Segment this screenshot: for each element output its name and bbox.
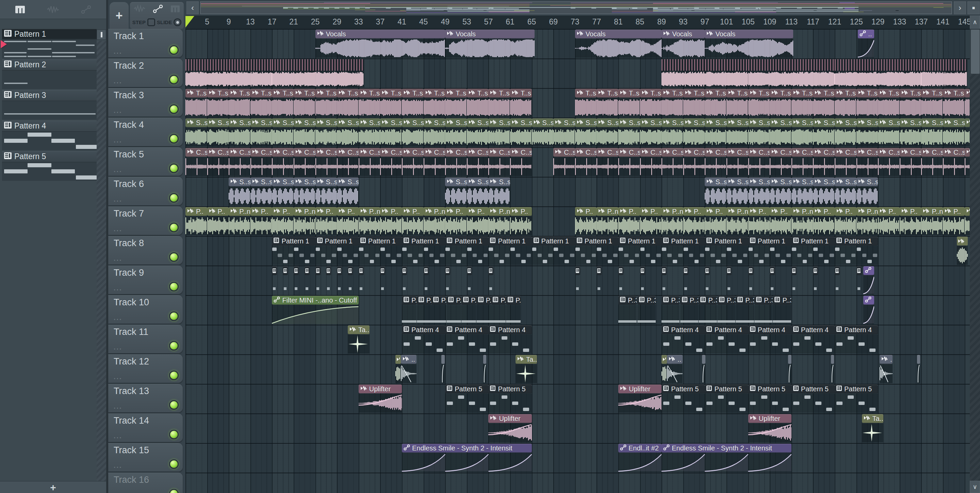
clip-audio[interactable]: S..s [575,118,597,147]
clip-ta[interactable]: Ta..e [348,325,369,354]
clip-saw[interactable]: Endless Smile - Synth 2 - Intensit [402,444,532,472]
pattern-mode-icon[interactable] [170,5,180,14]
clip-patmini[interactable] [705,266,710,295]
clip-audio[interactable]: P.. [813,207,835,235]
pattern-label[interactable]: Pattern 2 [2,60,97,70]
clip-audio[interactable]: T..s [770,89,791,117]
clip-audio[interactable]: S..s [294,118,315,147]
track-mute-led[interactable] [169,311,179,321]
clip-patmini[interactable] [359,266,364,295]
clip-audio[interactable]: T..s [618,89,640,117]
clip-audio[interactable]: S..s [185,118,207,147]
clip-pattern[interactable]: Pattern 1 [532,237,575,265]
clip-patmini[interactable] [467,266,472,295]
clip-pattern[interactable]: Pattern 4 [748,325,791,354]
clip-p3[interactable]: P..3 [506,296,520,324]
track-menu-dots[interactable]: ... [114,225,123,233]
clip-burst[interactable]: .. [667,355,682,383]
clip-p3[interactable]: P..3 [736,296,754,324]
clip-audio[interactable]: T..s [575,89,597,117]
clip-audio[interactable]: S..s [229,178,250,206]
clip-pattern[interactable]: Pattern 1 [402,237,445,265]
clip-audio[interactable]: S..s [835,178,856,206]
clip-audio[interactable]: C..s [359,148,380,176]
pattern-play-arrow[interactable] [1,40,7,48]
clip-audio[interactable]: C..s [467,148,488,176]
horizontal-scrollbar[interactable] [200,2,952,14]
clip-patmini[interactable] [445,266,450,295]
track-mute-led[interactable] [169,371,179,380]
clip-audio[interactable]: P..n [727,207,748,235]
clip-audio[interactable]: T..s [272,89,294,117]
clip-audio[interactable]: S..s [380,118,402,147]
clip-audio[interactable]: T..s [250,89,272,117]
track-menu-dots[interactable]: ... [114,432,123,440]
clip-ta[interactable]: Ta..e [862,414,884,442]
clip-audio[interactable]: S..s [337,118,359,147]
track-header[interactable]: Track 8... [108,236,183,265]
clip-audio[interactable]: T..s [965,89,970,117]
track-header[interactable]: Track 14... [108,414,183,442]
clip-patmini[interactable] [326,266,331,295]
clip-audio[interactable]: Vocals [445,30,534,58]
track-menu-dots[interactable]: ... [114,195,123,203]
track-header[interactable]: Track 2... [108,59,183,87]
clip-p3[interactable]: P..3 [698,296,717,324]
clip-patmini[interactable] [283,266,288,295]
clip-audio[interactable]: Vocals [575,30,662,58]
clip-audio[interactable]: S..s [640,118,662,147]
clip-audio[interactable]: S..s [791,118,813,147]
clip-audio[interactable]: T..s [359,89,380,117]
pattern-list-item[interactable]: Pattern 2 [2,60,97,89]
clip-pattern[interactable]: Pattern 4 [402,325,445,354]
clip-audio[interactable]: P.. [618,207,640,235]
clip-pattern[interactable]: Pattern 1 [575,237,618,265]
clip-patmini[interactable] [315,266,321,295]
clip-audio[interactable]: T..s [835,89,856,117]
track-mute-led[interactable] [169,45,179,55]
clip-audio[interactable]: P.. [640,207,662,235]
pattern-clone-button[interactable] [97,30,106,40]
clip-pattern[interactable]: Pattern 1 [705,237,748,265]
clip-patmini[interactable] [305,266,310,295]
clip-audio[interactable]: S..s [921,118,943,147]
clip-pattern[interactable]: Pattern 1 [791,237,835,265]
clip-audio[interactable]: T..s [597,89,618,117]
clip-audio[interactable]: S..s [727,178,748,206]
clip-thin[interactable] [917,355,920,383]
clip-audio[interactable]: P..n [921,207,943,235]
track-header[interactable]: Track 13... [108,384,183,412]
clip-stripes[interactable] [748,59,835,87]
clip-audio[interactable]: T..s [900,89,921,117]
clip-audio[interactable]: S..s [402,118,424,147]
timeline-ruler[interactable]: 5913172125293337414549535761656973778185… [185,16,970,30]
clip-audio[interactable]: P.. [315,207,337,235]
clip-audio[interactable]: C..s [510,148,532,176]
clip-audio[interactable]: S..s [770,118,791,147]
clip-audio[interactable]: C..s [294,148,315,176]
clip-audio[interactable]: S..s [315,118,337,147]
clip-audio[interactable]: C..s [315,148,337,176]
clip-pattern[interactable]: Pattern 5 [835,385,878,413]
clip-audio[interactable]: S..s [683,118,705,147]
clip-audio[interactable]: P..n [229,207,250,235]
clip-audio[interactable]: S..s [835,118,856,147]
track-header[interactable]: Track 16... [108,472,183,493]
step-toggle[interactable] [147,18,155,26]
track-header[interactable]: Track 5... [108,147,183,176]
clip-audio[interactable]: S..s [488,178,510,206]
clip-audio[interactable]: P.. [272,207,294,235]
clip-pattern[interactable]: Pattern 1 [748,237,791,265]
clip-audio[interactable]: C..s [597,148,618,176]
clip-audio[interactable]: S..s [748,118,770,147]
clip-p3[interactable]: P..3 [476,296,491,324]
clip-audio[interactable]: C..s [943,148,965,176]
track-mute-led[interactable] [169,430,179,439]
clip-audio[interactable]: T..s [921,89,943,117]
scrollbar-options-button[interactable]: ■ [967,2,980,14]
clip-patmini[interactable] [488,266,493,295]
clip-thin[interactable] [483,355,487,383]
clip-audio[interactable]: S..s [207,118,229,147]
clip-audio[interactable]: S..s [553,118,575,147]
clip-audio[interactable]: P.. [965,207,970,235]
